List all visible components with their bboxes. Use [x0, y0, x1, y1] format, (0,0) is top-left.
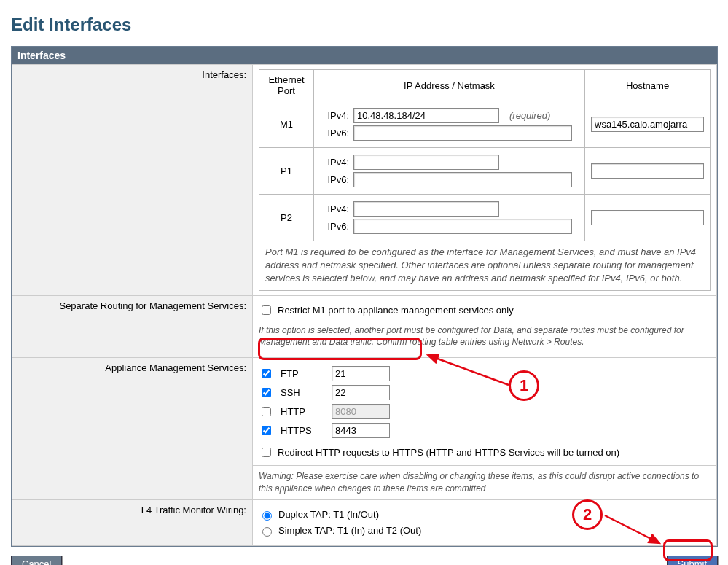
ipv4-label: IPv4:: [320, 157, 349, 168]
p1-ipv4-input[interactable]: [353, 155, 499, 170]
services-warning: Warning: Please exercise care when disab…: [253, 465, 716, 499]
https-label: HTTPS: [281, 425, 324, 436]
port-note: Port M1 is required to be configured as …: [259, 241, 711, 291]
port-row-p1: P1 IPv4: IPv6:: [259, 148, 711, 195]
restrict-note: If this option is selected, another port…: [259, 320, 711, 354]
restrict-m1-checkbox[interactable]: [262, 305, 271, 315]
th-port: Ethernet Port: [259, 70, 314, 101]
ssh-port-input[interactable]: [332, 385, 390, 400]
ftp-port-input[interactable]: [332, 366, 390, 381]
cancel-button[interactable]: Cancel: [11, 556, 62, 565]
page-title: Edit Interfaces: [11, 15, 718, 35]
l4-wiring-label: L4 Traffic Monitor Wiring:: [12, 499, 253, 545]
ftp-checkbox[interactable]: [262, 369, 271, 378]
th-host: Hostname: [585, 70, 711, 101]
submit-button[interactable]: Submit: [667, 556, 718, 565]
interfaces-label: Interfaces:: [12, 65, 253, 296]
https-port-input[interactable]: [332, 423, 390, 438]
http-checkbox[interactable]: [262, 407, 271, 416]
ssh-checkbox[interactable]: [262, 388, 271, 397]
l4-simplex-radio[interactable]: [262, 527, 272, 537]
separate-routing-label: Separate Routing for Management Services…: [12, 295, 253, 358]
http-port-input[interactable]: [332, 404, 390, 419]
l4-simplex-label: Simplex TAP: T1 (In) and T2 (Out): [278, 525, 421, 536]
ipv4-label: IPv4:: [320, 203, 349, 214]
ftp-label: FTP: [281, 368, 324, 379]
l4-duplex-radio[interactable]: [262, 511, 272, 521]
http-label: HTTP: [281, 406, 324, 417]
required-text: (required): [509, 110, 550, 121]
m1-ipv6-input[interactable]: [353, 125, 572, 141]
https-checkbox[interactable]: [262, 426, 271, 435]
ipv4-label: IPv4:: [320, 110, 349, 121]
p2-hostname-input[interactable]: [591, 210, 704, 225]
th-ip: IP Address / Netmask: [314, 70, 585, 101]
panel-header: Interfaces: [12, 47, 717, 64]
interfaces-panel: Interfaces Interfaces: Ethernet Port IP …: [11, 46, 718, 547]
m1-hostname-input[interactable]: [591, 117, 704, 132]
l4-duplex-label: Duplex TAP: T1 (In/Out): [278, 509, 379, 520]
ipv6-label: IPv6:: [320, 221, 349, 232]
p1-ipv6-input[interactable]: [353, 172, 572, 187]
redirect-http-label: Redirect HTTP requests to HTTPS (HTTP an…: [278, 447, 619, 458]
port-name: P2: [259, 195, 314, 241]
port-name: M1: [259, 101, 314, 148]
ipv6-label: IPv6:: [320, 128, 349, 139]
ssh-label: SSH: [281, 387, 324, 398]
p1-hostname-input[interactable]: [591, 163, 704, 179]
redirect-http-checkbox[interactable]: [262, 448, 271, 457]
appliance-services-label: Appliance Management Services:: [12, 358, 253, 500]
p2-ipv4-input[interactable]: [353, 201, 499, 217]
port-row-m1: M1 IPv4: (required) IPv6:: [259, 101, 711, 148]
ipv6-label: IPv6:: [320, 174, 349, 185]
m1-ipv4-input[interactable]: [353, 108, 499, 123]
port-row-p2: P2 IPv4: IPv6:: [259, 195, 711, 241]
p2-ipv6-input[interactable]: [353, 219, 572, 234]
port-name: P1: [259, 148, 314, 195]
restrict-m1-label: Restrict M1 port to appliance management…: [278, 305, 514, 316]
